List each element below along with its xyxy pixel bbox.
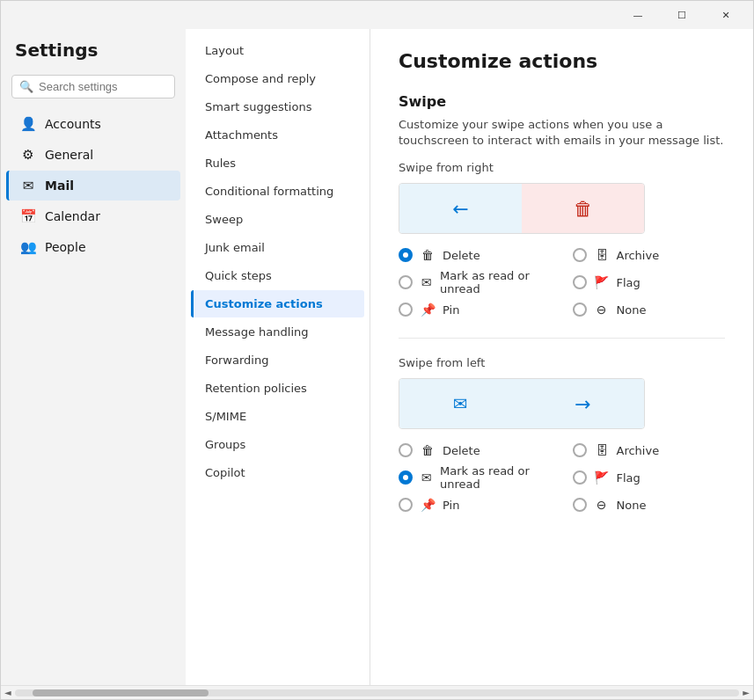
swipe-left-left-btn[interactable]: ✉ (399, 379, 522, 428)
mid-item-compose[interactable]: Compose and reply (191, 65, 364, 92)
option-markread-right[interactable]: ✉ Mark as read or unread (399, 269, 552, 295)
swipe-right-right-btn[interactable]: 🗑 (522, 184, 644, 233)
mid-item-rules[interactable]: Rules (191, 149, 364, 177)
mid-item-copilot[interactable]: Copilot (191, 459, 364, 486)
sidebar-item-calendar[interactable]: 📅 Calendar (6, 201, 180, 231)
mid-item-quicksteps[interactable]: Quick steps (191, 262, 364, 289)
swipe-right-left-btn[interactable]: ← (399, 184, 522, 233)
content-area: Settings 🔍 👤 Accounts ⚙ General ✉ Mail 📅… (1, 29, 753, 685)
option-archive-left[interactable]: 🗄 Archive (573, 443, 726, 457)
mid-item-layout[interactable]: Layout (191, 37, 364, 64)
option-flag-right[interactable]: 🚩 Flag (573, 269, 726, 295)
delete-left-icon: 🗑 (420, 443, 436, 457)
none-left-icon: ⊖ (594, 498, 610, 512)
mid-item-smart[interactable]: Smart suggestions (191, 93, 364, 120)
minimize-button[interactable]: — (618, 1, 658, 29)
flag-right-label: Flag (617, 276, 641, 289)
horizontal-scrollbar-area: ◄ ► (1, 685, 753, 699)
radio-flag-left[interactable] (573, 470, 587, 485)
swipe-right-label: Swipe from right (399, 161, 725, 174)
mid-panel: Layout Compose and reply Smart suggestio… (186, 29, 370, 685)
pin-left-icon: 📌 (420, 498, 436, 512)
mid-item-customize[interactable]: Customize actions (191, 290, 364, 317)
pin-left-label: Pin (443, 499, 459, 512)
option-delete-left[interactable]: 🗑 Delete (399, 443, 552, 457)
none-right-label: None (617, 303, 647, 317)
option-pin-right[interactable]: 📌 Pin (399, 303, 552, 317)
swipe-right-right-icon: 🗑 (574, 198, 593, 220)
swipe-left-buttons: ✉ → (399, 378, 645, 429)
mid-item-attachments[interactable]: Attachments (191, 121, 364, 149)
sidebar-item-accounts[interactable]: 👤 Accounts (6, 109, 180, 139)
archive-left-icon: 🗄 (594, 443, 610, 457)
markread-icon: ✉ (420, 275, 433, 289)
mid-item-retention[interactable]: Retention policies (191, 375, 364, 402)
markread-right-label: Mark as read or unread (440, 269, 551, 295)
archive-icon: 🗄 (594, 248, 610, 262)
radio-delete-left[interactable] (399, 443, 413, 457)
horizontal-scrollbar[interactable] (15, 689, 740, 696)
scroll-right-button[interactable]: ► (743, 688, 750, 697)
mail-icon: ✉ (20, 178, 36, 193)
option-flag-left[interactable]: 🚩 Flag (573, 464, 726, 491)
option-pin-left[interactable]: 📌 Pin (399, 498, 552, 512)
swipe-left-label: Swipe from left (399, 356, 725, 369)
flag-icon: 🚩 (594, 275, 610, 289)
radio-none-left[interactable] (573, 498, 587, 512)
none-icon: ⊖ (594, 303, 610, 317)
swipe-left-right-btn[interactable]: → (522, 379, 644, 428)
radio-archive-left[interactable] (573, 443, 587, 457)
close-button[interactable]: ✕ (706, 1, 746, 29)
swipe-left-left-icon: ✉ (453, 393, 468, 414)
option-none-left[interactable]: ⊖ None (573, 498, 726, 512)
swipe-section-title: Swipe (399, 93, 725, 110)
pin-right-label: Pin (443, 303, 459, 317)
delete-icon: 🗑 (420, 248, 436, 262)
flag-left-label: Flag (617, 471, 641, 485)
radio-pin-left[interactable] (399, 498, 413, 512)
mid-item-message[interactable]: Message handling (191, 318, 364, 346)
option-markread-left[interactable]: ✉ Mark as read or unread (399, 464, 552, 491)
horizontal-scrollbar-thumb[interactable] (33, 689, 209, 696)
mid-item-groups[interactable]: Groups (191, 431, 364, 458)
swipe-right-options: 🗑 Delete 🗄 Archive ✉ Mark as read or unr… (399, 248, 725, 317)
radio-archive-right[interactable] (573, 248, 587, 262)
sidebar-item-accounts-label: Accounts (45, 117, 101, 131)
none-left-label: None (617, 499, 647, 512)
scroll-left-button[interactable]: ◄ (4, 688, 11, 697)
archive-left-label: Archive (617, 444, 660, 457)
search-icon: 🔍 (19, 80, 33, 93)
sidebar-item-mail[interactable]: ✉ Mail (6, 171, 180, 201)
radio-none-right[interactable] (573, 303, 587, 317)
option-delete-right[interactable]: 🗑 Delete (399, 248, 552, 262)
sidebar-item-general[interactable]: ⚙ General (6, 140, 180, 170)
maximize-button[interactable]: ☐ (662, 1, 702, 29)
calendar-icon: 📅 (20, 208, 36, 224)
radio-markread-right[interactable] (399, 275, 413, 289)
sidebar-item-people-label: People (45, 240, 86, 254)
swipe-right-left-icon: ← (452, 198, 468, 220)
markread-left-label: Mark as read or unread (440, 464, 551, 491)
radio-pin-right[interactable] (399, 303, 413, 317)
option-none-right[interactable]: ⊖ None (573, 303, 726, 317)
swipe-section-desc: Customize your swipe actions when you us… (399, 117, 725, 149)
general-icon: ⚙ (20, 147, 36, 163)
sidebar-item-calendar-label: Calendar (45, 209, 100, 223)
mid-item-sweep[interactable]: Sweep (191, 206, 364, 233)
sidebar-item-people[interactable]: 👥 People (6, 232, 180, 262)
mid-item-junk[interactable]: Junk email (191, 234, 364, 261)
option-archive-right[interactable]: 🗄 Archive (573, 248, 726, 262)
radio-markread-left[interactable] (399, 470, 413, 485)
sidebar-title: Settings (1, 40, 186, 75)
search-box[interactable]: 🔍 (11, 75, 175, 98)
search-input[interactable] (39, 80, 167, 93)
mid-item-smime[interactable]: S/MIME (191, 403, 364, 430)
pin-icon: 📌 (420, 303, 436, 317)
people-icon: 👥 (20, 239, 36, 255)
swipe-right-buttons: ← 🗑 (399, 183, 645, 234)
sidebar: Settings 🔍 👤 Accounts ⚙ General ✉ Mail 📅… (1, 29, 186, 685)
mid-item-conditional[interactable]: Conditional formatting (191, 178, 364, 205)
radio-delete-right[interactable] (399, 248, 413, 262)
mid-item-forwarding[interactable]: Forwarding (191, 346, 364, 374)
radio-flag-right[interactable] (573, 275, 587, 289)
